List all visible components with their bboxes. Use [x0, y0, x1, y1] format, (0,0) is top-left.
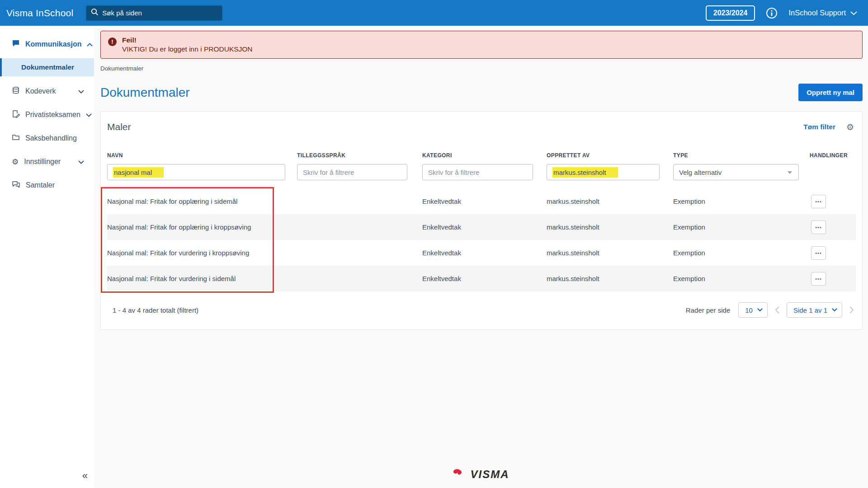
cell-opprettet-av: markus.steinsholt [547, 249, 673, 257]
search-icon [91, 8, 99, 18]
main-content: ! Feil! VIKTIG! Du er logget inn i PRODU… [94, 26, 868, 488]
navn-filter-input[interactable]: nasjonal mal [107, 164, 285, 180]
cell-type: Exemption [673, 275, 810, 282]
folder-icon [12, 133, 20, 143]
table-footer: 1 - 4 av 4 rader totalt (filtrert) Rader… [107, 291, 856, 329]
speech-bubble-icon [12, 39, 20, 49]
alert-title: Feil! [122, 36, 253, 44]
row-count-summary: 1 - 4 av 4 rader totalt (filtrert) [113, 306, 198, 314]
filter-row: nasjonal mal markus.steinsholt Velg alte… [107, 164, 856, 180]
cell-opprettet-av: markus.steinsholt [547, 197, 673, 205]
top-bar: Visma InSchool 2023/2024 InSchool Suppor… [0, 0, 868, 26]
sidebar-item-samtaler[interactable]: Samtaler [0, 178, 94, 192]
visma-swoosh-icon [453, 469, 466, 480]
table-settings-gear-icon[interactable]: ⚙ [846, 123, 854, 131]
school-year-button[interactable]: 2023/2024 [706, 5, 755, 21]
table-row[interactable]: Nasjonal mal: Fritak for opplæring i sid… [107, 188, 856, 214]
chevron-up-icon [87, 40, 93, 48]
error-icon: ! [108, 38, 117, 46]
gear-icon: ⚙ [12, 158, 19, 166]
column-header-type: TYPE [673, 152, 810, 159]
user-menu-label: InSchool Support [788, 9, 846, 17]
visma-wordmark: VISMA [470, 468, 509, 481]
type-filter-select[interactable]: Velg alternativ [673, 164, 799, 180]
opprettet-av-filter-input[interactable]: markus.steinsholt [547, 164, 660, 180]
breadcrumb[interactable]: Dokumentmaler [100, 65, 863, 72]
sidebar-item-label: Kommunikasjon [25, 40, 81, 48]
chevron-down-icon [757, 308, 763, 312]
column-header-tilleggssprak: TILLEGGSSPRÅK [297, 152, 422, 159]
kategori-filter-input[interactable] [422, 164, 533, 180]
column-header-navn: NAVN [107, 152, 297, 159]
alert-banner: ! Feil! VIKTIG! Du er logget inn i PRODU… [100, 31, 863, 59]
rows-per-page-select[interactable]: 10 [738, 302, 768, 318]
sidebar-item-label: Saksbehandling [25, 134, 77, 142]
create-template-button[interactable]: Opprett ny mal [798, 84, 863, 101]
document-edit-icon [12, 110, 20, 120]
cell-type: Exemption [673, 197, 810, 205]
kategori-filter-text[interactable] [428, 169, 527, 176]
column-header-kategori: KATEGORI [422, 152, 547, 159]
sidebar-item-kommunikasjon[interactable]: Kommunikasjon [0, 38, 94, 51]
row-actions-button[interactable]: ••• [811, 246, 826, 260]
page-select[interactable]: Side 1 av 1 [787, 302, 842, 318]
global-search[interactable] [86, 5, 222, 21]
tilleggssprak-filter-input[interactable] [297, 164, 407, 180]
chevron-down-icon [78, 158, 84, 166]
cell-navn: Nasjonal mal: Fritak for vurdering i sid… [107, 275, 297, 282]
highlighted-filter-value: markus.steinsholt [552, 167, 618, 178]
sidebar-item-kodeverk[interactable]: Kodeverk [0, 84, 94, 98]
cell-type: Exemption [673, 249, 810, 257]
sidebar-item-saksbehandling[interactable]: Saksbehandling [0, 131, 94, 145]
cell-kategori: Enkeltvedtak [422, 223, 547, 231]
type-filter-value: Velg alternativ [679, 169, 722, 176]
sidebar-item-label: Privatisteksamen [25, 111, 80, 119]
sidebar-item-privatisteksamen[interactable]: Privatisteksamen [0, 108, 94, 122]
sidebar-item-dokumentmaler[interactable]: Dokumentmaler [0, 58, 94, 76]
chevron-down-icon [86, 111, 92, 119]
cell-navn: Nasjonal mal: Fritak for opplæring i sid… [107, 197, 297, 205]
page-select-value: Side 1 av 1 [793, 306, 827, 314]
page-title: Dokumentmaler [100, 85, 190, 100]
sidebar-collapse-button[interactable]: « [82, 470, 88, 482]
row-actions-button[interactable]: ••• [811, 195, 826, 208]
user-menu[interactable]: InSchool Support [788, 9, 857, 17]
column-header-handlinger: HANDLINGER [810, 152, 856, 159]
database-icon [12, 86, 20, 96]
sidebar-subitem-label: Dokumentmaler [21, 63, 74, 71]
sidebar-item-innstillinger[interactable]: ⚙ Innstillinger [0, 155, 94, 169]
previous-page-icon[interactable] [775, 306, 779, 314]
sidebar-item-label: Samtaler [26, 181, 55, 189]
cell-kategori: Enkeltvedtak [422, 197, 547, 205]
sidebar-item-label: Kodeverk [25, 87, 56, 95]
row-actions-button[interactable]: ••• [811, 221, 826, 234]
chevron-down-icon [850, 9, 857, 17]
cell-navn: Nasjonal mal: Fritak for opplæring i kro… [107, 223, 297, 231]
tilleggssprak-filter-text[interactable] [303, 169, 401, 176]
highlighted-filter-value: nasjonal mal [113, 167, 164, 178]
app-logo[interactable]: Visma InSchool [6, 8, 73, 19]
info-icon[interactable] [766, 7, 778, 19]
chevron-down-icon [78, 87, 84, 95]
column-header-opprettet-av: OPPRETTET AV [547, 152, 673, 159]
table-header-row: NAVN TILLEGGSSPRÅK KATEGORI OPPRETTET AV… [107, 152, 856, 159]
templates-panel: Maler Tøm filter ⚙ NAVN TILLEGGSSPRÅK KA… [100, 111, 863, 330]
clear-filter-link[interactable]: Tøm filter [803, 123, 835, 131]
table-row[interactable]: Nasjonal mal: Fritak for vurdering i kro… [107, 240, 856, 266]
rows-per-page-label: Rader per side [686, 306, 730, 314]
next-page-icon[interactable] [849, 306, 854, 314]
table-row[interactable]: Nasjonal mal: Fritak for opplæring i kro… [107, 214, 856, 240]
rows-per-page-value: 10 [745, 306, 753, 314]
search-input[interactable] [102, 9, 217, 17]
cell-type: Exemption [673, 223, 810, 231]
alert-message: VIKTIG! Du er logget inn i PRODUKSJON [122, 45, 253, 53]
sidebar: Kommunikasjon Dokumentmaler Kodeverk Pri… [0, 26, 94, 488]
table-row[interactable]: Nasjonal mal: Fritak for vurdering i sid… [107, 266, 856, 291]
cell-opprettet-av: markus.steinsholt [547, 275, 673, 282]
row-actions-button[interactable]: ••• [811, 272, 826, 286]
dropdown-arrow-icon [788, 171, 792, 174]
cell-kategori: Enkeltvedtak [422, 249, 547, 257]
cell-navn: Nasjonal mal: Fritak for vurdering i kro… [107, 249, 297, 257]
cell-kategori: Enkeltvedtak [422, 275, 547, 282]
chevron-down-icon [832, 308, 837, 312]
